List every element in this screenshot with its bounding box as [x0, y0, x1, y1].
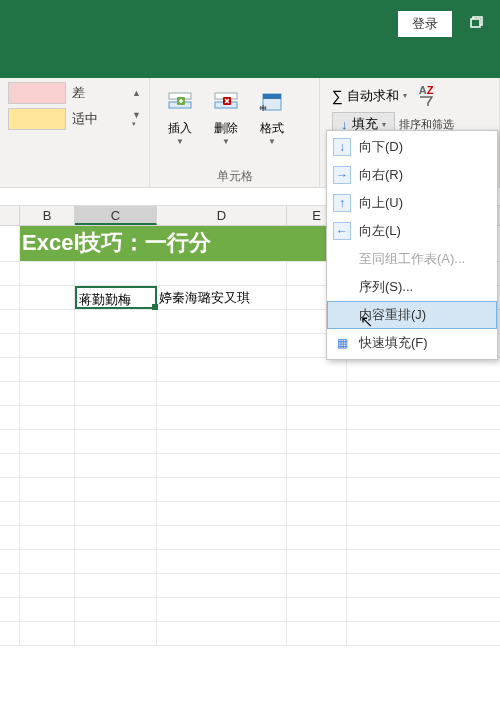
cells-group: 插入 ▼ 删除 ▼ 格式 ▼ 单元格: [150, 78, 320, 187]
login-button[interactable]: 登录: [398, 11, 452, 37]
cell-style-bad[interactable]: 差 ▲: [8, 82, 141, 104]
title-bar: 登录: [0, 0, 500, 48]
menu-fill-left[interactable]: ←向左(L): [327, 217, 497, 245]
menu-fill-up[interactable]: ↑向上(U): [327, 189, 497, 217]
flash-fill-icon: ▦: [333, 334, 351, 352]
menu-fill-right[interactable]: →向右(R): [327, 161, 497, 189]
autosum-button[interactable]: ∑ 自动求和 ▾ AZ: [328, 82, 491, 109]
cell-style-neutral[interactable]: 适中 ▼▾: [8, 108, 141, 130]
arrow-left-icon: ←: [333, 222, 351, 240]
format-icon: [256, 86, 288, 118]
arrow-up-icon: ↑: [333, 194, 351, 212]
delete-button[interactable]: 删除 ▼: [204, 82, 248, 150]
ribbon-tab-area: [0, 48, 500, 78]
sigma-icon: ∑: [332, 87, 343, 104]
cells-group-label: 单元格: [158, 165, 311, 185]
menu-fill-across-sheets: 至同组工作表(A)...: [327, 245, 497, 273]
delete-icon: [210, 86, 242, 118]
fill-dropdown-menu: ↓向下(D) →向右(R) ↑向上(U) ←向左(L) 至同组工作表(A)...…: [326, 130, 498, 360]
styles-group: 差 ▲ 适中 ▼▾: [0, 78, 150, 187]
col-header-d[interactable]: D: [157, 206, 287, 225]
menu-fill-down[interactable]: ↓向下(D): [327, 133, 497, 161]
banner-cell[interactable]: Excel技巧：一行分: [20, 226, 347, 261]
format-button[interactable]: 格式 ▼: [250, 82, 294, 150]
active-cell-c3[interactable]: 蒋勤勤梅: [75, 286, 157, 309]
col-header-c[interactable]: C: [75, 206, 157, 225]
svg-rect-8: [263, 94, 281, 99]
window-restore-icon[interactable]: [460, 10, 492, 38]
col-header-b[interactable]: B: [20, 206, 75, 225]
fill-handle[interactable]: [152, 304, 158, 310]
menu-fill-series[interactable]: 序列(S)...: [327, 273, 497, 301]
insert-button[interactable]: 插入 ▼: [158, 82, 202, 150]
insert-icon: [164, 86, 196, 118]
menu-flash-fill[interactable]: ▦快速填充(F): [327, 329, 497, 357]
cell-d3[interactable]: 婷秦海璐安又琪: [157, 286, 287, 309]
group-label: [8, 182, 141, 185]
menu-fill-justify[interactable]: 内容重排(J): [327, 301, 497, 329]
svg-rect-0: [471, 19, 480, 27]
sort-filter-icon[interactable]: AZ: [419, 85, 434, 106]
arrow-down-icon: ↓: [333, 138, 351, 156]
arrow-right-icon: →: [333, 166, 351, 184]
